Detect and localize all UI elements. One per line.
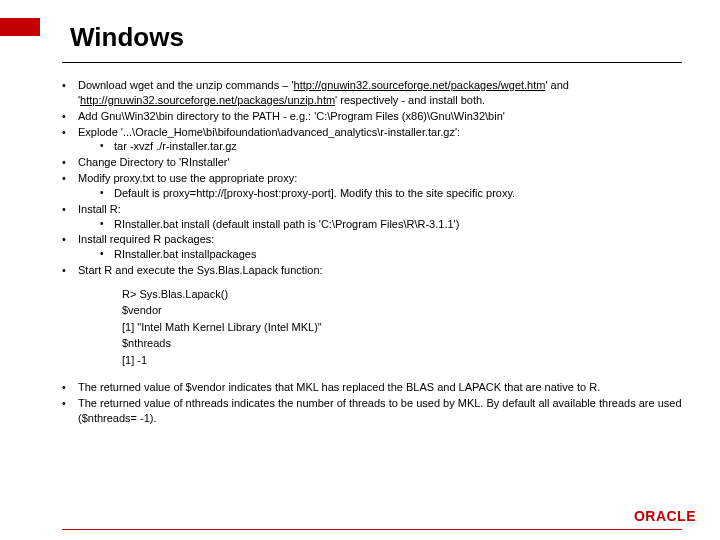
sub-list-item: Default is proxy=http://[proxy-host:prox… bbox=[100, 186, 682, 201]
footer-divider bbox=[62, 529, 682, 530]
list-item: Add Gnu\Win32\bin directory to the PATH … bbox=[62, 109, 682, 124]
list-item: Install required R packages:RInstaller.b… bbox=[62, 232, 682, 262]
code-line: $vendor bbox=[122, 302, 682, 319]
hyperlink[interactable]: http://gnuwin32.sourceforge.net/packages… bbox=[80, 94, 335, 106]
page-title: Windows bbox=[70, 22, 184, 53]
list-item: Start R and execute the Sys.Blas.Lapack … bbox=[62, 263, 682, 278]
list-item: Download wget and the unzip commands – '… bbox=[62, 78, 682, 108]
code-line: R> Sys.Blas.Lapack() bbox=[122, 286, 682, 303]
list-item: The returned value of $vendor indicates … bbox=[62, 380, 682, 395]
footer-notes: The returned value of $vendor indicates … bbox=[62, 380, 682, 426]
code-output: R> Sys.Blas.Lapack()$vendor[1] "Intel Ma… bbox=[122, 286, 682, 369]
list-item: Modify proxy.txt to use the appropriate … bbox=[62, 171, 682, 201]
list-item: The returned value of nthreads indicates… bbox=[62, 396, 682, 426]
sub-list-item: tar -xvzf ./r-installer.tar.gz bbox=[100, 139, 682, 154]
code-line: [1] "Intel Math Kernel Library (Intel MK… bbox=[122, 319, 682, 336]
code-line: [1] -1 bbox=[122, 352, 682, 369]
instruction-list: Download wget and the unzip commands – '… bbox=[62, 78, 682, 278]
list-item: Install R:RInstaller.bat install (defaul… bbox=[62, 202, 682, 232]
sub-list-item: RInstaller.bat installpackages bbox=[100, 247, 682, 262]
list-item: Change Directory to 'RInstaller' bbox=[62, 155, 682, 170]
accent-block bbox=[0, 18, 40, 36]
code-line: $nthreads bbox=[122, 335, 682, 352]
content-area: Download wget and the unzip commands – '… bbox=[62, 78, 682, 427]
title-divider bbox=[62, 62, 682, 63]
list-item: Explode '...\Oracle_Home\bi\bifoundation… bbox=[62, 125, 682, 155]
brand-logo: ORACLE bbox=[634, 508, 696, 524]
hyperlink[interactable]: http://gnuwin32.sourceforge.net/packages… bbox=[294, 79, 546, 91]
sub-list-item: RInstaller.bat install (default install … bbox=[100, 217, 682, 232]
